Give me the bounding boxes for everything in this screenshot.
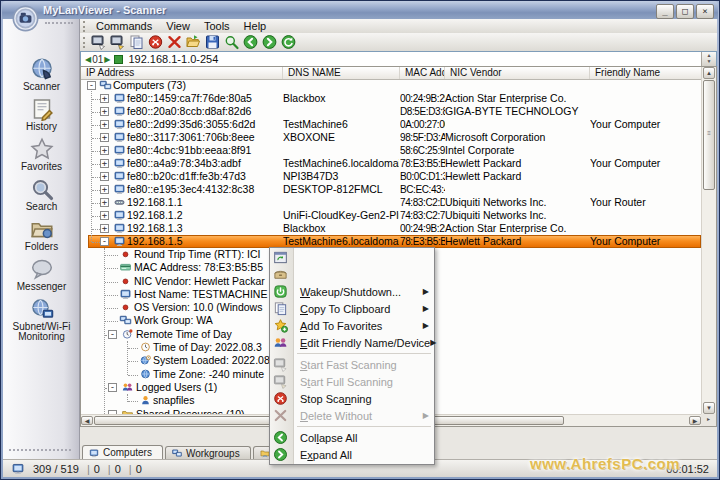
expander[interactable]: + bbox=[100, 120, 109, 129]
scroll-left-button[interactable]: ◀ bbox=[81, 416, 93, 425]
sidebar: ScannerHistoryFavoritesSearchFoldersMess… bbox=[3, 19, 80, 459]
device-row[interactable]: +fe80::b20c:d1ff:fe3b:47d3NPI3B47D3B0:0C… bbox=[81, 170, 701, 183]
scan-full-button[interactable] bbox=[109, 34, 126, 50]
context-menu-item-expand-all[interactable]: Expand All bbox=[270, 446, 434, 463]
expander[interactable]: + bbox=[100, 94, 109, 103]
expander[interactable]: + bbox=[100, 159, 109, 168]
context-menu-item-add-to-favorites[interactable]: Add To Favorites▶ bbox=[270, 317, 434, 334]
friendly-name: Your Computer bbox=[590, 235, 701, 248]
context-menu-item-copy-to-clipboard[interactable]: Copy To Clipboard▶ bbox=[270, 300, 434, 317]
scan-range-value: 192.168.1-1.0-254 bbox=[128, 53, 218, 65]
maximize-button[interactable]: □ bbox=[676, 4, 694, 19]
column-header-nic-vendor[interactable]: NIC Vendor bbox=[445, 67, 590, 79]
context-menu-item-collapse-all[interactable]: Collapse All bbox=[270, 429, 434, 446]
minimize-button[interactable]: _ bbox=[656, 4, 674, 19]
vertical-scrollbar[interactable]: ▲ ≡ ▼ bbox=[701, 67, 716, 414]
scan-fast-button[interactable] bbox=[90, 34, 107, 50]
expander[interactable]: + bbox=[100, 198, 109, 207]
menu-tools[interactable]: Tools bbox=[197, 20, 237, 32]
device-row[interactable]: +192.168.1.2UniFi-CloudKey-Gen2-Plus74:8… bbox=[81, 209, 701, 222]
tree-root-row[interactable]: -Computers (73) bbox=[81, 79, 701, 92]
tab-workgroups[interactable]: Workgroups bbox=[165, 446, 251, 459]
sidebar-item-subnet-wi-fi-monitoring[interactable]: Subnet/Wi-Fi Monitoring bbox=[3, 297, 80, 337]
context-menu-item-stop-scanning[interactable]: Stop Scanning bbox=[270, 390, 434, 407]
menu-help[interactable]: Help bbox=[237, 20, 274, 32]
search-button[interactable] bbox=[223, 34, 240, 50]
context-menu-item-delete-without[interactable]: Delete Without▶ bbox=[270, 407, 434, 424]
sidebar-item-search[interactable]: Search bbox=[3, 177, 80, 217]
expander[interactable]: + bbox=[100, 146, 109, 155]
column-header-friendly-name[interactable]: Friendly Name bbox=[590, 67, 701, 79]
scroll-right-button[interactable]: ▶ bbox=[689, 416, 701, 425]
save-button[interactable] bbox=[204, 34, 221, 50]
expander[interactable]: + bbox=[100, 211, 109, 220]
stop-scan-button[interactable] bbox=[147, 34, 164, 50]
sidebar-item-history[interactable]: History bbox=[3, 97, 80, 137]
expander[interactable]: - bbox=[100, 237, 109, 246]
tab-computers[interactable]: Computers bbox=[82, 445, 163, 459]
context-menu-item-wakeup-shutdown[interactable]: Wakeup/Shutdown...▶ bbox=[270, 283, 434, 300]
column-header-ip-address[interactable]: IP Address bbox=[81, 67, 283, 79]
page-next-icon[interactable]: ▶ bbox=[104, 55, 110, 64]
scroll-down-button[interactable]: ▼ bbox=[703, 402, 715, 414]
menu-view[interactable]: View bbox=[159, 20, 197, 32]
range-status-icon bbox=[114, 55, 123, 64]
expander[interactable]: + bbox=[100, 107, 109, 116]
back-icon bbox=[273, 430, 288, 445]
sidebar-item-favorites[interactable]: Favorites bbox=[3, 137, 80, 177]
sidebar-item-label: Favorites bbox=[3, 162, 80, 172]
title-bar[interactable]: MyLanViewer - Scanner _□× bbox=[2, 1, 718, 19]
toolbar-grip[interactable] bbox=[83, 37, 85, 48]
device-row[interactable]: +fe80::a4a9:78:34b3:adbfTestMachine6.loc… bbox=[81, 157, 701, 170]
device-row[interactable]: +fe80::20a0:8ccb:d8af:82d6D8:5E:D3:81:GI… bbox=[81, 105, 701, 118]
menu-commands[interactable]: Commands bbox=[89, 20, 159, 32]
context-menu-item-start-fast-scanning[interactable]: Start Fast Scanning bbox=[270, 356, 434, 373]
expander[interactable]: - bbox=[108, 383, 117, 392]
scroll-up-button[interactable]: ▲ bbox=[703, 67, 715, 79]
status-count: 0 bbox=[115, 463, 121, 475]
scan-fast-icon bbox=[273, 357, 288, 372]
column-header-dns-name[interactable]: DNS NAME bbox=[283, 67, 400, 79]
device-row[interactable]: +fe80::2d99:35d6:3055:6d2dTestMachine60A… bbox=[81, 118, 701, 131]
open-button[interactable] bbox=[185, 34, 202, 50]
menubar-grip[interactable] bbox=[83, 21, 85, 32]
device-row[interactable]: +fe80::e195:3ec4:4132:8c38DESKTOP-812FMC… bbox=[81, 183, 701, 196]
device-row[interactable]: +192.168.1.174:83:C2:DE:Ubiquiti Network… bbox=[81, 196, 701, 209]
copy-button[interactable] bbox=[128, 34, 145, 50]
address-bar[interactable]: ◀ 01 ▶ 192.168.1-1.0-254 ▲▼ bbox=[80, 51, 717, 67]
sidebar-item-label: Scanner bbox=[3, 82, 80, 92]
expander[interactable]: + bbox=[100, 133, 109, 142]
mac-address: 78:E3:B5:B5: bbox=[400, 157, 445, 170]
device-row[interactable]: +192.168.1.3Blackbox00:24:9B:29:Action S… bbox=[81, 222, 701, 235]
expander[interactable]: + bbox=[100, 224, 109, 233]
refresh-button[interactable] bbox=[280, 34, 297, 50]
expander[interactable]: - bbox=[87, 81, 96, 90]
address-spinner[interactable]: ▲▼ bbox=[701, 52, 716, 66]
context-menu-item-start-full-scanning[interactable]: Start Full Scanning bbox=[270, 373, 434, 390]
column-header-mac-addres[interactable]: MAC Addres bbox=[400, 67, 445, 79]
sidebar-item-messenger[interactable]: Messenger bbox=[3, 257, 80, 297]
vertical-scroll-thumb[interactable]: ≡ bbox=[703, 80, 715, 190]
remote-clock-icon bbox=[121, 328, 134, 340]
users-icon bbox=[121, 381, 134, 393]
expander[interactable]: + bbox=[100, 172, 109, 181]
expander[interactable]: - bbox=[108, 410, 117, 414]
expander[interactable]: - bbox=[108, 330, 117, 339]
expander[interactable]: + bbox=[100, 185, 109, 194]
device-row[interactable]: +fe80::3117:3061:706b:8eeeXBOXONE98:5F:D… bbox=[81, 131, 701, 144]
context-menu-item[interactable] bbox=[270, 249, 434, 266]
sidebar-item-scanner[interactable]: Scanner bbox=[3, 57, 80, 97]
context-menu-item[interactable] bbox=[270, 266, 434, 283]
nic-vendor: Hewlett Packard bbox=[445, 170, 589, 183]
back-button[interactable] bbox=[242, 34, 259, 50]
page-prev-icon[interactable]: ◀ bbox=[85, 55, 91, 64]
device-row[interactable]: +fe80::4cbc:91bb:eeaa:8f9158:6C:25:9A:In… bbox=[81, 144, 701, 157]
nic-vendor: Action Star Enterprise Co. bbox=[445, 92, 589, 105]
close-button[interactable]: × bbox=[696, 4, 714, 19]
forward-button[interactable] bbox=[261, 34, 278, 50]
context-menu-item-edit-friendly-name-device[interactable]: Edit Friendly Name/Device▶ bbox=[270, 334, 434, 351]
detail-text: Time Zone: -240 minute bbox=[153, 368, 264, 381]
device-row[interactable]: +fe80::1459:ca7f:76de:80a5Blackbox00:24:… bbox=[81, 92, 701, 105]
sidebar-item-folders[interactable]: Folders bbox=[3, 217, 80, 257]
delete-button[interactable] bbox=[166, 34, 183, 50]
